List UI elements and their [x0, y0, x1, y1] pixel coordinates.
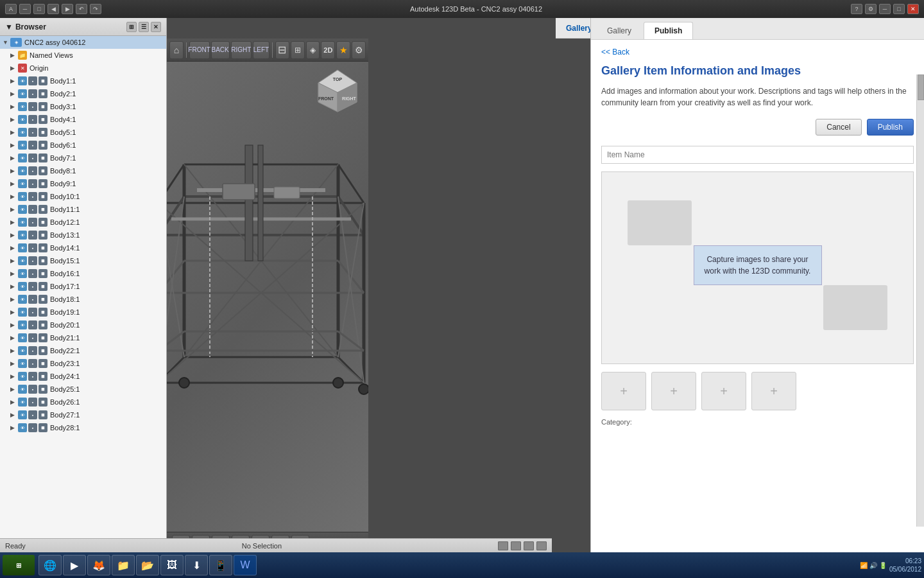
gallery-scrollbar-thumb[interactable] — [918, 74, 924, 100]
thumbnail-slot-4[interactable]: + — [751, 372, 796, 410]
toolbar-settings-btn[interactable]: ⚙ — [352, 41, 366, 59]
gallery-scrollbar[interactable] — [916, 74, 924, 527]
browser-expand-arrow[interactable]: ▼ — [5, 22, 13, 31]
thumbnail-slot-3[interactable]: + — [701, 372, 746, 410]
toolbar-left-btn[interactable]: LEFT — [253, 41, 270, 59]
tree-body-25[interactable]: ▶ 👁 ▪ ◼ Body25:1 — [0, 383, 166, 396]
help-icon-btn[interactable]: ? — [851, 4, 862, 14]
title-bar-left: A ─ □ ◀ ▶ ↶ ↷ — [5, 4, 101, 14]
taskbar-btn-explorer[interactable]: 📂 — [136, 555, 159, 575]
tree-root[interactable]: ▼ ◈ CNC2 assy 040612 — [0, 36, 166, 49]
browser-close[interactable]: ✕ — [151, 22, 161, 32]
toolbar-right-btn[interactable]: RIGHT — [231, 41, 252, 59]
tree-body-4[interactable]: ▶ 👁 ▪ ◼ Body4:1 — [0, 113, 166, 126]
tree-body-22[interactable]: ▶ 👁 ▪ ◼ Body22:1 — [0, 344, 166, 357]
tab-publish[interactable]: Publish — [644, 22, 693, 39]
window-restore-btn[interactable]: □ — [893, 4, 905, 14]
body-vis-icon-3: ▪ — [28, 102, 37, 111]
toolbar-star-btn[interactable]: ★ — [336, 41, 350, 59]
toolbar-front-btn[interactable]: FRONT — [189, 41, 210, 59]
body-shape-icon-26: ◼ — [38, 398, 47, 407]
item-name-input[interactable] — [601, 146, 914, 164]
tree-named-views[interactable]: ▶ 📁 Named Views — [0, 49, 166, 62]
browser-icon-2[interactable]: ☰ — [139, 22, 149, 32]
tree-body-7[interactable]: ▶ 👁 ▪ ◼ Body7:1 — [0, 152, 166, 164]
settings-icon-btn[interactable]: ⚙ — [865, 4, 877, 14]
browser-icon-1[interactable]: ⊞ — [126, 22, 137, 32]
body-vis-icon-24: ▪ — [28, 372, 37, 381]
tree-body-23[interactable]: ▶ 👁 ▪ ◼ Body23:1 — [0, 357, 166, 370]
tree-body-24[interactable]: ▶ 👁 ▪ ◼ Body24:1 — [0, 370, 166, 383]
tree-body-27[interactable]: ▶ 👁 ▪ ◼ Body27:1 — [0, 408, 166, 421]
tree-body-12[interactable]: ▶ 👁 ▪ ◼ Body12:1 — [0, 216, 166, 229]
maximize-btn[interactable]: □ — [33, 4, 45, 14]
body-expand-26: ▶ — [10, 399, 17, 405]
publish-button[interactable]: Publish — [867, 119, 914, 136]
taskbar-btn-media[interactable]: ▶ — [63, 555, 86, 575]
cancel-button[interactable]: Cancel — [816, 119, 861, 136]
toolbar-home-btn[interactable]: ⌂ — [169, 41, 184, 59]
window-close-btn[interactable]: ✕ — [907, 4, 919, 14]
toolbar-quad-view-btn[interactable]: ⊞ — [291, 41, 305, 59]
body-vis-icon-21: ▪ — [28, 333, 37, 342]
tree-body-16[interactable]: ▶ 👁 ▪ ◼ Body16:1 — [0, 267, 166, 280]
window-minimize-btn[interactable]: ─ — [879, 4, 891, 14]
tree-body-21[interactable]: ▶ 👁 ▪ ◼ Body21:1 — [0, 331, 166, 344]
viewport[interactable]: TOP FRONT RIGHT — [167, 62, 368, 552]
toolbar-2d-btn[interactable]: 2D — [321, 41, 335, 59]
body-shape-icon-1: ◼ — [38, 76, 47, 85]
tree-body-2[interactable]: ▶ 👁 ▪ ◼ Body2:1 — [0, 87, 166, 100]
nav-cube[interactable]: TOP FRONT RIGHT — [312, 67, 363, 118]
body-shape-icon-4: ◼ — [38, 115, 47, 124]
back-btn[interactable]: ◀ — [47, 4, 59, 14]
tree-body-9[interactable]: ▶ 👁 ▪ ◼ Body9:1 — [0, 177, 166, 190]
taskbar-btn-app[interactable]: 📱 — [209, 555, 232, 575]
tree-body-26[interactable]: ▶ 👁 ▪ ◼ Body26:1 — [0, 396, 166, 408]
toolbar-iso-btn[interactable]: ◈ — [306, 41, 320, 59]
taskbar-start-button[interactable]: ⊞ — [3, 555, 35, 575]
tree-body-6[interactable]: ▶ 👁 ▪ ◼ Body6:1 — [0, 139, 166, 152]
tree-body-17[interactable]: ▶ 👁 ▪ ◼ Body17:1 — [0, 280, 166, 293]
body-eye-icon-16: 👁 — [18, 269, 27, 278]
taskbar-btn-word[interactable]: W — [234, 555, 257, 575]
thumbnail-slot-2[interactable]: + — [651, 372, 696, 410]
app-icon-btn[interactable]: A — [5, 4, 17, 14]
forward-btn[interactable]: ▶ — [62, 4, 73, 14]
tree-body-15[interactable]: ▶ 👁 ▪ ◼ Body15:1 — [0, 254, 166, 267]
taskbar-btn-download[interactable]: ⬇ — [185, 555, 208, 575]
tree-body-1[interactable]: ▶ 👁 ▪ ◼ Body1:1 — [0, 74, 166, 87]
tree-body-8[interactable]: ▶ 👁 ▪ ◼ Body8:1 — [0, 164, 166, 177]
tree-body-19[interactable]: ▶ 👁 ▪ ◼ Body19:1 — [0, 306, 166, 319]
tree-body-10[interactable]: ▶ 👁 ▪ ◼ Body10:1 — [0, 190, 166, 203]
minimize-btn[interactable]: ─ — [19, 4, 31, 14]
tree-body-5[interactable]: ▶ 👁 ▪ ◼ Body5:1 — [0, 126, 166, 139]
body-eye-icon-24: 👁 — [18, 372, 27, 381]
taskbar-btn-files[interactable]: 📁 — [112, 555, 135, 575]
tree-body-11[interactable]: ▶ 👁 ▪ ◼ Body11:1 — [0, 203, 166, 216]
taskbar-clock: 06:23 05/06/2012 — [889, 557, 921, 574]
thumbnail-slot-1[interactable]: + — [601, 372, 646, 410]
tree-body-28[interactable]: ▶ 👁 ▪ ◼ Body28:1 — [0, 421, 166, 434]
tab-gallery[interactable]: Gallery — [596, 22, 642, 39]
body-expand-24: ▶ — [10, 373, 17, 380]
tree-body-3[interactable]: ▶ 👁 ▪ ◼ Body3:1 — [0, 100, 166, 113]
tree-body-20[interactable]: ▶ 👁 ▪ ◼ Body20:1 — [0, 319, 166, 331]
toolbar-split-view-btn[interactable]: ⊟ — [275, 41, 289, 59]
tree-body-14[interactable]: ▶ 👁 ▪ ◼ Body14:1 — [0, 241, 166, 254]
taskbar-btn-photo[interactable]: 🖼 — [160, 555, 184, 575]
tree-body-13[interactable]: ▶ 👁 ▪ ◼ Body13:1 — [0, 229, 166, 241]
body-label-11: Body11:1 — [50, 206, 80, 213]
tree-origin[interactable]: ▶ ✕ Origin — [0, 62, 166, 74]
redo-btn[interactable]: ↷ — [90, 4, 101, 14]
body-vis-icon-15: ▪ — [28, 256, 37, 265]
taskbar-date: 05/06/2012 — [889, 565, 921, 574]
toolbar-back-btn[interactable]: BACK — [211, 41, 230, 59]
taskbar-btn-ie[interactable]: 🌐 — [38, 555, 62, 575]
image-capture-area[interactable]: Capture images to share your work with t… — [601, 171, 914, 364]
capture-message: Capture images to share your work with t… — [694, 245, 822, 285]
taskbar-btn-firefox[interactable]: 🦊 — [87, 555, 110, 575]
back-link[interactable]: << Back — [601, 48, 629, 57]
tree-body-18[interactable]: ▶ 👁 ▪ ◼ Body18:1 — [0, 293, 166, 306]
undo-btn[interactable]: ↶ — [76, 4, 87, 14]
taskbar-sound-icon: 🔊 — [869, 562, 877, 569]
